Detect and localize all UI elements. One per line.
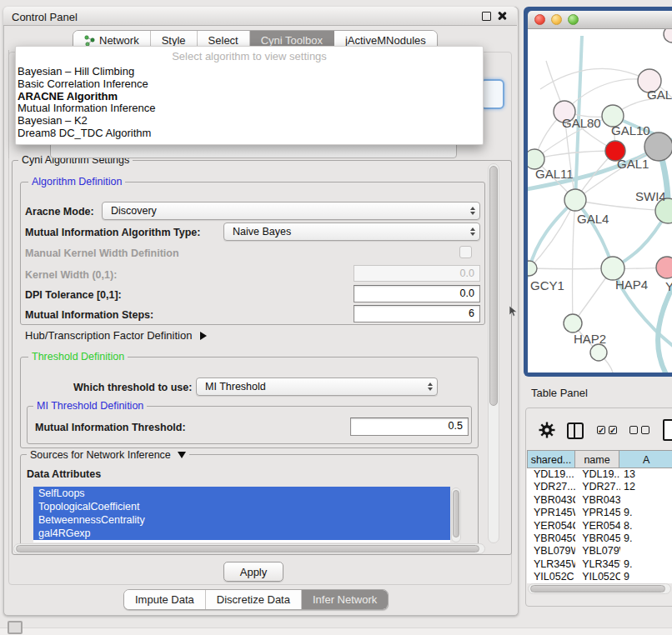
table-row[interactable]: YER054CYER054C8.	[527, 520, 672, 532]
mi-threshold-input[interactable]: 0.5	[350, 418, 469, 436]
checked-checkbox-icon: ✓	[609, 426, 617, 434]
focused-button-partial[interactable]	[480, 79, 504, 109]
table-horizontal-scrollbar[interactable]	[528, 583, 671, 594]
close-traffic-light-icon[interactable]	[534, 14, 545, 25]
algorithm-option-aracne-algorithm[interactable]: ARACNE Algorithm	[16, 91, 483, 103]
table-header-row: shared...nameA	[527, 450, 672, 468]
hide-columns-icon[interactable]	[629, 426, 649, 434]
table-body[interactable]: YDL19...YDL19...13YDR27...YDR27...12YBR0…	[527, 468, 672, 583]
kernel-width-input[interactable]: 0.0	[354, 265, 480, 282]
which-threshold-label: Which threshold to use:	[73, 382, 192, 393]
network-node[interactable]	[590, 344, 607, 361]
scrollbar-thumb[interactable]	[530, 585, 665, 592]
settings-vertical-scrollbar[interactable]	[488, 163, 499, 543]
manual-kernel-checkbox[interactable]	[459, 246, 472, 258]
data-attributes-list[interactable]: SelfLoopsTopologicalCoefficientBetweenne…	[33, 487, 450, 542]
network-canvas[interactable]: GALGAL80GAL10GAL1GAL11SWI4GAL4GCY1HAP4YH…	[528, 29, 672, 372]
aracne-mode-combo[interactable]: Discovery	[102, 202, 480, 220]
network-node[interactable]	[644, 132, 672, 161]
table-row[interactable]: YDL19...YDL19...13	[527, 468, 672, 481]
algorithm-option-mutual-information-inference[interactable]: Mutual Information Inference	[16, 102, 483, 115]
minimize-traffic-light-icon[interactable]	[551, 14, 562, 25]
network-node-hap2[interactable]	[564, 314, 582, 332]
collapse-arrow-icon[interactable]	[178, 452, 186, 458]
aracne-mode-label: Aracne Mode:	[25, 206, 94, 218]
table-row[interactable]: YBR045CYBR045C9.	[527, 532, 672, 545]
attribute-item-selfloops[interactable]: SelfLoops	[33, 487, 450, 500]
settings-horizontal-scrollbar[interactable]	[13, 543, 485, 554]
combo-stepper-icon	[470, 207, 475, 215]
tab-label: Cyni Toolbox	[261, 34, 323, 47]
hub-definition-label: Hub/Transcription Factor Definition	[25, 329, 192, 342]
node-label-y: Y	[665, 279, 672, 293]
kernel-width-label: Kernel Width (0,1):	[25, 269, 117, 281]
zoom-traffic-light-icon[interactable]	[568, 14, 579, 25]
scrollbar-thumb[interactable]	[453, 490, 459, 538]
node-label-gal: GAL	[647, 88, 672, 102]
network-node-hap4[interactable]	[601, 257, 624, 280]
unchecked-checkbox-icon	[641, 426, 649, 434]
table-row[interactable]: YBR043CYBR043C	[527, 494, 672, 507]
network-node-y[interactable]	[656, 257, 672, 278]
table-row[interactable]: YLR345WYLR345W9.	[527, 558, 672, 571]
table-cell: YBR043C	[527, 494, 575, 507]
column-header-name[interactable]: name	[575, 450, 619, 468]
mi-algorithm-type-value: Naive Bayes	[233, 226, 291, 238]
table-options-gear-icon[interactable]	[539, 422, 555, 442]
table-cell: 9.	[620, 507, 672, 519]
node-label-gal11: GAL11	[535, 167, 574, 181]
attribute-item-betweennesscentrality[interactable]: BetweennessCentrality	[33, 513, 450, 527]
collapsed-panel-icon[interactable]	[8, 621, 23, 634]
dpi-tolerance-input[interactable]: 0.0	[354, 285, 480, 302]
algorithm-option-bayesian-k2[interactable]: Bayesian – K2	[16, 115, 483, 128]
table-cell: YPR145W	[527, 507, 575, 519]
node-label-gcy1: GCY1	[530, 278, 564, 292]
sources-group-header[interactable]: Sources for Network Inference	[27, 449, 189, 461]
table-row[interactable]: YPR145WYPR145W9.	[527, 507, 672, 519]
algorithm-option-basic-correlation-inference[interactable]: Basic Correlation Inference	[16, 78, 483, 91]
tab-label: Select	[208, 34, 238, 47]
combo-stepper-icon	[470, 228, 475, 236]
network-window-titlebar[interactable]	[528, 11, 672, 29]
bottom-tab-infer-network[interactable]: Infer Network	[302, 590, 388, 609]
checked-checkbox-icon: ✓	[597, 426, 605, 434]
bottom-tab-impute-data[interactable]: Impute Data	[124, 590, 206, 609]
network-node-gcy1[interactable]	[528, 261, 537, 276]
bottom-tab-discretize-data[interactable]: Discretize Data	[206, 590, 302, 609]
table-row[interactable]: YIL052CYIL052C9	[527, 571, 672, 583]
table-row[interactable]: YDR27...YDR27...12	[527, 481, 672, 493]
float-window-icon[interactable]	[482, 12, 491, 21]
algorithm-option-bayesian-hill-climbing[interactable]: Bayesian – Hill Climbing	[16, 66, 483, 78]
mouse-cursor-icon	[509, 306, 518, 317]
column-header-a[interactable]: A	[619, 450, 672, 468]
attribute-list-scrollbar[interactable]	[451, 488, 461, 542]
expand-arrow-icon[interactable]	[200, 332, 207, 340]
scrollbar-thumb[interactable]	[489, 166, 498, 406]
which-threshold-combo[interactable]: MI Threshold	[196, 378, 438, 396]
control-panel-titlebar[interactable]	[3, 7, 517, 26]
scrollbar-thumb[interactable]	[16, 545, 479, 552]
column-view-icon[interactable]	[567, 422, 584, 439]
show-selected-columns-icon[interactable]: ✓ ✓	[597, 426, 617, 434]
network-node[interactable]	[664, 29, 672, 42]
column-header-shared[interactable]: shared...	[527, 450, 575, 468]
aracne-mode-value: Discovery	[111, 205, 157, 217]
file-icon[interactable]	[663, 419, 672, 441]
apply-button[interactable]: Apply	[223, 562, 283, 582]
tab-label: Infer Network	[313, 593, 377, 606]
table-cell: YLR345W	[575, 558, 620, 571]
mi-steps-input[interactable]: 6	[354, 305, 480, 322]
network-node-gal4[interactable]	[564, 189, 586, 211]
attribute-item-gal4rgexp[interactable]: gal4RGexp	[33, 527, 450, 540]
table-row[interactable]: YBL079WYBL079W	[527, 545, 672, 558]
table-cell: 8.	[620, 520, 672, 532]
network-tab-icon	[84, 35, 95, 47]
table-cell: 13	[620, 468, 672, 481]
hub-definition-section[interactable]: Hub/Transcription Factor Definition	[25, 329, 207, 342]
close-panel-icon[interactable]	[496, 10, 507, 21]
table-cell: 9.	[620, 558, 672, 571]
data-attributes-label: Data Attributes	[27, 468, 101, 480]
mi-algorithm-type-combo[interactable]: Naive Bayes	[223, 222, 480, 241]
algorithm-option-dream8-dc-tdc-algorithm[interactable]: Dream8 DC_TDC Algorithm	[16, 128, 483, 140]
attribute-item-topologicalcoefficient[interactable]: TopologicalCoefficient	[33, 500, 450, 513]
